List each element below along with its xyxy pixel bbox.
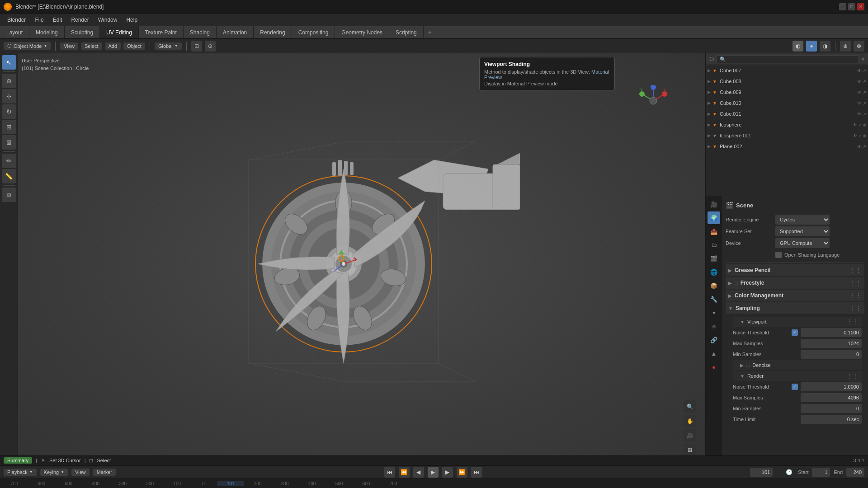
overlay-toggle[interactable]: ⊕ (840, 41, 851, 52)
marker-menu-button[interactable]: Marker (93, 469, 116, 476)
next-keyframe-button[interactable]: ▶ (442, 467, 453, 478)
start-frame-field[interactable]: 1 (812, 468, 830, 477)
tab-scripting[interactable]: Scripting (389, 26, 424, 38)
menu-blender[interactable]: Blender (4, 16, 29, 24)
modifier-properties-icon[interactable]: 🔧 (708, 293, 720, 305)
outliner-item[interactable]: ▶ ▼ Icosphere.001 👁↗⊕ (706, 130, 868, 141)
transform-space-button[interactable]: Global ▼ (155, 42, 182, 50)
tab-animation[interactable]: Animation (217, 26, 254, 38)
outliner-item[interactable]: ▶ ▼ Cube.010 👁↗ (706, 98, 868, 108)
current-frame-field[interactable]: 101 (750, 468, 773, 477)
world-icon[interactable]: 🌐 (708, 266, 720, 278)
render-sub-options-icon[interactable]: ⋮⋮ (846, 372, 859, 380)
playback-menu-button[interactable]: Playback ▼ (4, 469, 37, 476)
denoise-toggle-icon[interactable]: □ (746, 362, 750, 368)
tab-geometry-nodes[interactable]: Geometry Nodes (335, 26, 389, 38)
sampling-options-icon[interactable]: ⋮⋮ (849, 305, 862, 312)
proportional-edit-button[interactable]: ⊙ (205, 41, 216, 52)
maximize-button[interactable]: □ (848, 3, 855, 10)
menu-help[interactable]: Help (123, 16, 141, 24)
grease-pencil-options-icon[interactable]: ⋮⋮ (849, 267, 862, 274)
tab-texture-paint[interactable]: Texture Paint (139, 26, 184, 38)
freestyle-toggle-icon[interactable]: □ (735, 280, 738, 286)
tab-compositing[interactable]: Compositing (292, 26, 335, 38)
prev-frame-button[interactable]: ⏪ (399, 467, 410, 478)
add-object-button[interactable]: ⊕ (2, 188, 16, 202)
freestyle-options-icon[interactable]: ⋮⋮ (849, 279, 862, 286)
view-layer-icon[interactable]: 🗂 (708, 239, 720, 251)
color-management-options-icon[interactable]: ⋮⋮ (849, 292, 862, 299)
render-noise-threshold-value[interactable]: 1.0000 (801, 382, 862, 391)
pan-button[interactable]: ✋ (684, 415, 696, 427)
menu-window[interactable]: Window (94, 16, 121, 24)
keying-menu-button[interactable]: Keying ▼ (40, 469, 68, 476)
color-management-section[interactable]: ▶ Color Management ⋮⋮ (726, 290, 864, 301)
particles-icon[interactable]: ✦ (708, 306, 720, 319)
freestyle-section[interactable]: ▶ □ Freestyle ⋮⋮ (726, 277, 864, 289)
outliner-item[interactable]: ▶ ▼ Cube.011 👁↗ (706, 108, 868, 119)
scene-icon[interactable]: 🎬 (708, 252, 720, 265)
viewport-sub-options-icon[interactable]: ⋮⋮ (846, 318, 859, 325)
orientation-gizmo[interactable]: X Y Z (637, 85, 669, 117)
timeline-track[interactable]: -700 -600 -500 -400 -300 -200 -100 0 101… (0, 479, 868, 488)
outliner-item[interactable]: ▶ ▼ Cube.008 👁↗ (706, 76, 868, 87)
feature-set-dropdown[interactable]: Supported (775, 226, 830, 236)
close-button[interactable]: ✕ (857, 3, 864, 10)
viewport-3d[interactable]: User Perspective (101) Scene Collection … (18, 53, 705, 465)
editor-type-button[interactable]: ⬡ Object Mode ▼ (4, 42, 51, 50)
measure-button[interactable]: 📏 (2, 169, 16, 183)
prev-keyframe-button[interactable]: ◀ (413, 467, 424, 478)
data-icon[interactable]: ▲ (708, 347, 720, 360)
play-button[interactable]: ▶ (428, 467, 439, 478)
zoom-in-button[interactable]: 🔍 (684, 400, 696, 413)
scene-properties-icon[interactable]: 🌍 (708, 211, 720, 224)
tab-shading[interactable]: Shading (184, 26, 217, 38)
physics-icon[interactable]: ⚛ (708, 320, 720, 333)
viewport-shading-solid[interactable]: ◐ (793, 41, 803, 52)
menu-file[interactable]: File (31, 16, 47, 24)
add-menu-button[interactable]: Add (105, 42, 121, 50)
jump-to-start-button[interactable]: ⏮ (384, 467, 395, 478)
workspace-add-button[interactable]: + (424, 26, 436, 38)
blender-logo-icon[interactable]: 🔶 (4, 3, 12, 11)
end-frame-field[interactable]: 240 (846, 468, 864, 477)
outliner-item[interactable]: ▶ ▼ Icosphere 👁↗⊕ (706, 119, 868, 130)
menu-edit[interactable]: Edit (49, 16, 66, 24)
grease-pencil-section[interactable]: ▶ Grease Pencil ⋮⋮ (726, 264, 864, 276)
viewport-min-samples-value[interactable]: 0 (801, 350, 862, 359)
rotate-tool-button[interactable]: ↻ (2, 104, 16, 119)
viewport-noise-threshold-value[interactable]: 0.1000 (801, 328, 862, 337)
render-min-samples-value[interactable]: 0 (801, 404, 862, 413)
select-menu-button[interactable]: Select (81, 42, 102, 50)
snap-button[interactable]: ⊡ (191, 41, 202, 52)
cursor-tool-button[interactable]: ⊕ (2, 74, 16, 88)
jump-to-end-button[interactable]: ⏭ (471, 467, 482, 478)
render-properties-icon[interactable]: 🎥 (708, 198, 720, 211)
tab-uv-editing[interactable]: UV Editing (100, 26, 139, 38)
render-subsection[interactable]: ▼ Render ⋮⋮ (733, 371, 862, 381)
viewport-shading-rendered[interactable]: ◑ (820, 41, 830, 52)
tab-layout[interactable]: Layout (0, 26, 29, 38)
viewport-subsection[interactable]: ▼ Viewport ⋮⋮ (733, 317, 862, 327)
render-max-samples-value[interactable]: 4096 (801, 393, 862, 402)
object-menu-button[interactable]: Object (123, 42, 145, 50)
move-tool-button[interactable]: ⊹ (2, 89, 16, 103)
tab-sculpting[interactable]: Sculpting (65, 26, 100, 38)
viewport-max-samples-value[interactable]: 1024 (801, 339, 862, 348)
menu-render[interactable]: Render (67, 16, 92, 24)
outliner-item[interactable]: ▶ ▼ Plane.002 👁↗ (706, 141, 868, 152)
time-limit-value[interactable]: 0 sec (801, 415, 862, 424)
camera-button[interactable]: 🎥 (684, 429, 696, 442)
next-frame-button[interactable]: ⏩ (457, 467, 467, 478)
device-dropdown[interactable]: GPU Compute (775, 238, 830, 248)
render-noise-threshold-checkbox[interactable]: ✓ (792, 384, 798, 390)
minimize-button[interactable]: — (839, 3, 846, 10)
sampling-section-header[interactable]: ▼ Sampling ⋮⋮ (726, 302, 864, 314)
tab-modeling[interactable]: Modeling (29, 26, 65, 38)
transform-tool-button[interactable]: ⊠ (2, 135, 16, 150)
constraints-icon[interactable]: 🔗 (708, 333, 720, 346)
select-tool-button[interactable]: ↖ (2, 55, 16, 70)
render-engine-dropdown[interactable]: Cycles (775, 215, 830, 225)
viewport-shading-material[interactable]: ● (806, 41, 817, 52)
denoise-subsection[interactable]: ▶ □ Denoise (733, 360, 862, 370)
